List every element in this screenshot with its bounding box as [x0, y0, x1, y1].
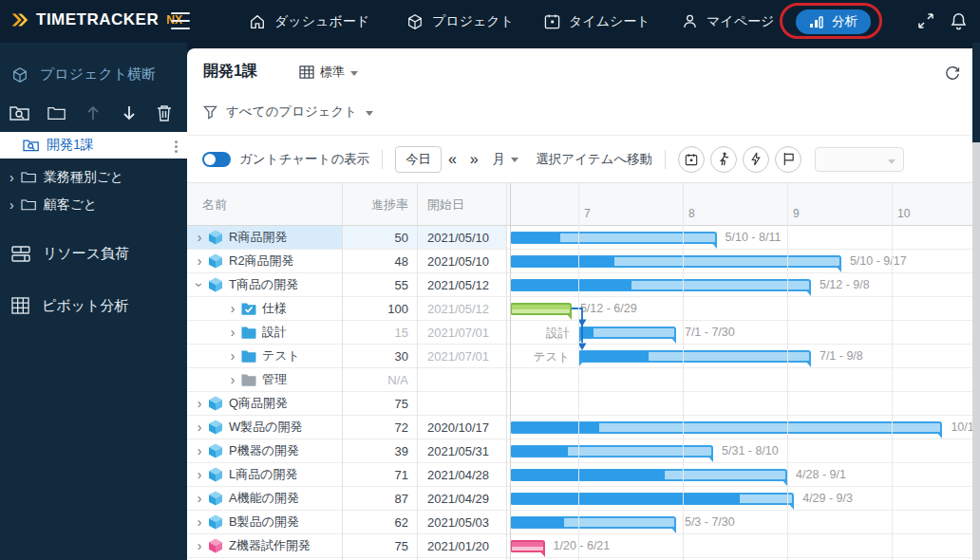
- nav-item-project[interactable]: プロジェクト: [406, 0, 514, 43]
- gantt-toggle-label: ガントチャートの表示: [239, 151, 369, 168]
- gantt-bar[interactable]: [510, 279, 811, 291]
- delete-trash-icon[interactable]: [156, 103, 173, 122]
- move-down-icon[interactable]: [120, 103, 139, 122]
- column-header-start-date[interactable]: 開始日: [427, 196, 464, 214]
- chevron-collapsed-icon[interactable]: ›: [228, 372, 237, 387]
- table-row[interactable]: ›R商品開発502021/05/105/10 - 8/11: [187, 226, 972, 250]
- table-row[interactable]: ›T商品の開発552021/05/125/12 - 9/8: [187, 273, 972, 297]
- chevron-collapsed-icon[interactable]: ›: [195, 443, 204, 458]
- refresh-icon[interactable]: [944, 65, 961, 83]
- gantt-bar-date-label: 1/20 - 6/21: [554, 539, 611, 552]
- table-row[interactable]: ›B製品の開発622021/05/035/3 - 7/30: [187, 511, 972, 534]
- fullscreen-icon[interactable]: [916, 11, 935, 30]
- nav-item-timesheet[interactable]: タイムシート: [544, 0, 650, 43]
- new-folder-icon[interactable]: [47, 103, 66, 122]
- table-row[interactable]: ›Q商品開発75: [187, 392, 972, 416]
- gantt-bar[interactable]: [510, 303, 572, 315]
- row-name: テスト: [262, 347, 300, 364]
- table-row[interactable]: ›仕様1002021/05/125/12 - 6/29: [187, 297, 972, 321]
- gantt-bar[interactable]: [510, 421, 942, 434]
- table-row[interactable]: ›設計152021/07/017/1 - 7/30設計: [187, 321, 972, 345]
- column-header-progress[interactable]: 進捗率: [342, 196, 408, 214]
- notifications-bell-icon[interactable]: [950, 11, 968, 30]
- chevron-expanded-icon[interactable]: ›: [192, 280, 207, 289]
- flag-icon: [782, 152, 795, 166]
- row-start-date: 2021/04/28: [417, 463, 506, 486]
- gantt-bar[interactable]: [510, 540, 545, 552]
- nav-item-label: タイムシート: [569, 13, 650, 30]
- table-row[interactable]: ›テスト302021/07/017/1 - 9/8テスト: [187, 345, 972, 368]
- folder-search-icon[interactable]: [9, 103, 30, 122]
- chevron-collapsed-icon[interactable]: ›: [195, 538, 204, 553]
- grid-header: 名前 進捗率 開始日 78910: [187, 183, 972, 226]
- marker-select-disabled[interactable]: [815, 147, 904, 172]
- flag-button[interactable]: [775, 146, 801, 173]
- row-start-date: 2020/10/17: [417, 416, 506, 439]
- home-icon: [249, 13, 266, 30]
- chevron-collapsed-icon[interactable]: ›: [195, 420, 204, 435]
- table-row[interactable]: ›W製品の開発722020/10/1710/17: [187, 416, 972, 439]
- bolt-button[interactable]: [743, 146, 769, 173]
- sidebar-section-title: プロジェクト横断: [40, 65, 156, 84]
- table-row[interactable]: ›管理N/A: [187, 368, 972, 392]
- right-edge-strip: [972, 142, 980, 560]
- sidebar-item-by-work-type[interactable]: › 業務種別ごと: [0, 164, 187, 190]
- chevron-collapsed-icon[interactable]: ›: [195, 514, 204, 530]
- prev-period-button[interactable]: «: [448, 151, 457, 168]
- gantt-bar[interactable]: [510, 255, 841, 268]
- gantt-visibility-toggle[interactable]: [202, 152, 231, 167]
- row-start-date: 2021/04/29: [417, 487, 506, 510]
- chevron-collapsed-icon[interactable]: ›: [228, 348, 237, 364]
- chevron-collapsed-icon[interactable]: ›: [228, 325, 237, 340]
- gantt-bar-date-label: 4/29 - 9/3: [802, 492, 853, 505]
- schedule-marker-button[interactable]: [678, 146, 705, 173]
- sidebar-item-resource-load[interactable]: リソース負荷: [0, 239, 187, 268]
- sidebar-item-by-customer[interactable]: › 顧客ごと: [0, 192, 187, 217]
- gantt-bar-date-label: 5/3 - 7/30: [685, 515, 735, 529]
- gantt-bar[interactable]: [578, 350, 811, 363]
- gantt-bar[interactable]: [578, 327, 676, 339]
- next-period-button[interactable]: »: [470, 151, 479, 168]
- table-row[interactable]: ›L商品の開発712021/04/284/28 - 9/1: [187, 463, 972, 487]
- gantt-bar[interactable]: [510, 493, 794, 505]
- nav-item-dashboard[interactable]: ダッシュボード: [249, 0, 369, 43]
- nav-analysis-button[interactable]: 分析: [796, 9, 871, 34]
- nav-item-mypage[interactable]: マイページ: [682, 0, 774, 43]
- hamburger-menu-icon[interactable]: [171, 12, 190, 29]
- folder-blue: [241, 326, 256, 340]
- period-selector[interactable]: 月: [493, 151, 519, 168]
- resource-load-icon: [11, 245, 30, 262]
- today-button[interactable]: 今日: [395, 146, 442, 173]
- table-row[interactable]: ›P機器の開発392021/05/315/31 - 8/10: [187, 439, 972, 463]
- more-options-kebab-icon[interactable]: [173, 139, 179, 155]
- period-label: 月: [493, 151, 506, 168]
- chevron-collapsed-icon[interactable]: ›: [195, 491, 204, 506]
- column-header-name[interactable]: 名前: [202, 196, 227, 214]
- timeline-month-label: 9: [793, 207, 800, 220]
- chevron-collapsed-icon[interactable]: ›: [195, 230, 204, 245]
- walker-progress-button[interactable]: [710, 146, 737, 173]
- table-row[interactable]: ›R2商品開発482021/05/105/10 - 9/17: [187, 250, 972, 273]
- gantt-bar[interactable]: [510, 232, 717, 244]
- move-up-icon[interactable]: [84, 103, 103, 122]
- chevron-collapsed-icon[interactable]: ›: [228, 301, 237, 316]
- move-to-selected-button[interactable]: 選択アイテムへ移動: [536, 151, 652, 168]
- gantt-bar[interactable]: [510, 469, 787, 481]
- pivot-table-icon: [11, 297, 29, 314]
- chevron-collapsed-icon[interactable]: ›: [195, 467, 204, 482]
- table-row[interactable]: ›Z機器試作開発752021/01/201/20 - 6/21: [187, 534, 972, 558]
- gantt-bar-date-label: 5/12 - 6/29: [580, 302, 637, 315]
- gantt-bar-date-label: 5/10 - 9/17: [850, 254, 907, 268]
- nav-item-label: プロジェクト: [432, 13, 514, 30]
- project-filter[interactable]: すべてのプロジェクト: [203, 103, 373, 121]
- row-start-date: [417, 392, 506, 415]
- sidebar-section-cross-project[interactable]: プロジェクト横断: [11, 65, 156, 84]
- chevron-collapsed-icon[interactable]: ›: [195, 253, 204, 269]
- gantt-bar[interactable]: [510, 516, 676, 529]
- chevron-collapsed-icon[interactable]: ›: [195, 396, 204, 411]
- sidebar-item-dev-section-1[interactable]: 開発1課: [0, 132, 187, 159]
- table-row[interactable]: ›A機能の開発872021/04/294/29 - 9/3: [187, 487, 972, 511]
- sidebar-item-pivot-analysis[interactable]: ピボット分析: [0, 291, 187, 320]
- gantt-toolbar: ガントチャートの表示 今日 « » 月 選択アイテムへ移動: [187, 135, 972, 183]
- view-selector[interactable]: 標準: [299, 64, 358, 81]
